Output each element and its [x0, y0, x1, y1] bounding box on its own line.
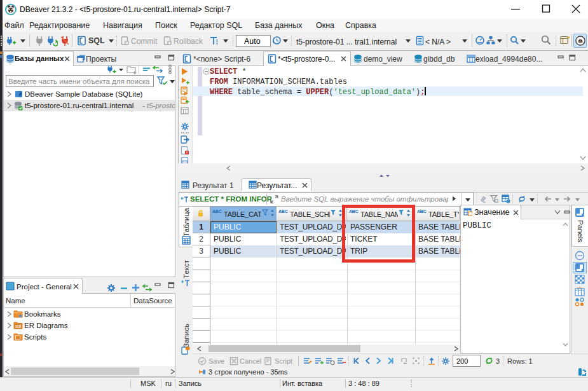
svg-text:DB: DB: [16, 325, 20, 328]
